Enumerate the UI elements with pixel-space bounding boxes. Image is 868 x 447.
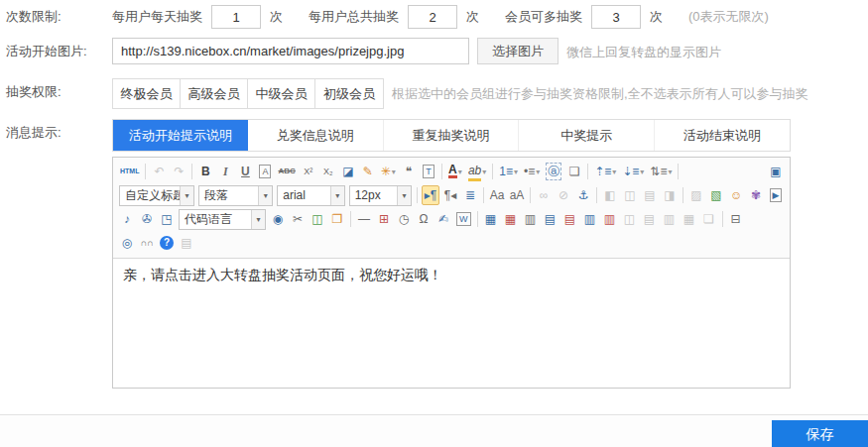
paste-as-text-icon[interactable]: T: [420, 162, 437, 181]
tab-repeat-draw[interactable]: 重复抽奖说明: [383, 120, 519, 151]
image-row: 活动开始图片: 选择图片 微信上回复转盘的显示图片: [0, 38, 868, 64]
html-source-icon[interactable]: HTML: [118, 162, 141, 181]
clear-doc-icon[interactable]: ❏: [565, 162, 583, 181]
total-limit-field: 每用户总共抽奖 次: [309, 5, 479, 29]
size-select[interactable]: 12px▾: [349, 185, 412, 206]
daily-limit-input[interactable]: [211, 5, 261, 29]
font-color-icon[interactable]: A▾: [446, 162, 464, 181]
member-middle-button[interactable]: 中级会员: [248, 79, 315, 108]
search-replace-icon[interactable]: ∩∩: [138, 233, 156, 253]
tab-win-prompt[interactable]: 中奖提示: [518, 120, 654, 151]
member-extra-limit-input[interactable]: [591, 5, 641, 29]
remove-format-icon[interactable]: ◪: [339, 162, 357, 181]
toolbar-row-3: ♪✇◳代码语言▾◉✂◫❐—⊞◷Ω✍W▦▦▥▤▤▥▥◫▤▥▦❏⊟: [117, 207, 786, 231]
paragraph-select[interactable]: 段落▾: [198, 185, 273, 206]
line-spacing-icon[interactable]: ⇅≡▾: [648, 162, 674, 181]
help-icon[interactable]: ?: [158, 233, 176, 253]
save-button[interactable]: 保存: [772, 420, 868, 447]
delete-table-icon[interactable]: ▦: [502, 209, 520, 229]
font-select[interactable]: arial▾: [277, 185, 344, 206]
chevron-down-icon: ▾: [251, 210, 265, 229]
delete-col-icon[interactable]: ▥: [601, 209, 619, 229]
fullscreen-icon[interactable]: ▣: [767, 162, 785, 181]
toolbar-separator: [492, 164, 493, 179]
insert-table-icon[interactable]: ▦: [482, 209, 500, 229]
anchor-style-icon[interactable]: ⓐ: [544, 162, 563, 181]
style-select[interactable]: 自定义标题▾: [119, 185, 194, 206]
paragraph-format-icon[interactable]: ≣: [461, 185, 479, 205]
delete-row-icon[interactable]: ▤: [561, 209, 579, 229]
superscript-icon[interactable]: X²: [300, 162, 317, 181]
tab-activity-start[interactable]: 活动开始提示说明: [113, 120, 248, 151]
auto-typeset-icon[interactable]: ✳▾: [379, 162, 398, 181]
tab-redeem-info[interactable]: 兑奖信息说明: [248, 120, 383, 151]
member-extra-limit-field: 会员可多抽奖 次: [505, 5, 663, 29]
toolbar-separator: [191, 164, 192, 179]
insert-row-icon[interactable]: ▤: [542, 209, 559, 229]
horizontal-rule-icon[interactable]: —: [355, 209, 373, 229]
uppercase-icon[interactable]: Aa: [488, 185, 506, 205]
chevron-down-icon: ▾: [397, 186, 411, 205]
insert-col-icon[interactable]: ▥: [581, 209, 599, 229]
image-icon: ▨: [687, 185, 705, 205]
print-icon[interactable]: ⊟: [727, 209, 745, 229]
underline-icon[interactable]: U: [236, 162, 254, 181]
drafts-icon: ❏: [700, 209, 718, 229]
member-senior-button[interactable]: 高级会员: [181, 79, 248, 108]
special-chars-icon[interactable]: Ω: [415, 209, 433, 229]
music-icon[interactable]: ♪: [118, 209, 136, 229]
permission-hint: 根据选中的会员组进行参与抽奖资格限制,全不选表示所有人可以参与抽奖: [392, 78, 808, 103]
highlight-color-icon[interactable]: ab▾: [466, 162, 488, 181]
subscript-icon[interactable]: X₂: [319, 162, 337, 181]
paragraph-indent-icon[interactable]: ⇡≡▾: [592, 162, 618, 181]
member-ultimate-button[interactable]: 终极会员: [113, 79, 181, 108]
time-icon[interactable]: ◷: [395, 209, 413, 229]
italic-icon[interactable]: I: [216, 162, 234, 181]
date-icon[interactable]: ⊞: [375, 209, 393, 229]
image-label: 活动开始图片:: [0, 38, 112, 60]
preview-icon[interactable]: ◎: [118, 233, 136, 253]
full-table-icon: ▦: [681, 209, 698, 229]
member-junior-button[interactable]: 初级会员: [315, 79, 383, 108]
toolbar-separator: [483, 187, 484, 203]
anchor-icon[interactable]: ⚓: [574, 185, 592, 205]
columns-icon[interactable]: ◫: [309, 209, 326, 229]
strikethrough-icon[interactable]: ABC: [276, 162, 297, 181]
lowercase-icon[interactable]: aA: [508, 185, 526, 205]
permission-row: 抽奖权限: 终极会员 高级会员 中级会员 初级会员 根据选中的会员组进行参与抽奖…: [0, 78, 868, 109]
paragraph-align-icon[interactable]: ⇣≡▾: [620, 162, 646, 181]
unordered-list-icon[interactable]: •≡▾: [522, 162, 542, 181]
image-inline-icon: ◫: [621, 185, 639, 205]
tab-activity-end[interactable]: 活动结束说明: [654, 120, 790, 151]
toolbar-separator: [722, 211, 723, 227]
insert-frame-icon[interactable]: ◳: [158, 209, 176, 229]
daily-limit-suffix: 次: [270, 8, 283, 26]
choose-image-button[interactable]: 选择图片: [477, 38, 558, 64]
code-language-select[interactable]: 代码语言▾: [179, 209, 266, 230]
word-image-icon[interactable]: W: [454, 209, 473, 229]
total-limit-input[interactable]: [408, 5, 457, 29]
toolbar-separator: [417, 187, 418, 203]
edit-note-icon[interactable]: ✍: [434, 209, 452, 229]
template-icon[interactable]: ❐: [328, 209, 346, 229]
table-title-icon[interactable]: ▥: [522, 209, 540, 229]
video-icon[interactable]: ▶: [767, 185, 785, 205]
emotion-icon[interactable]: ☺: [727, 185, 745, 205]
format-painter-icon[interactable]: ✎: [359, 162, 377, 181]
insert-picture-icon[interactable]: ▧: [707, 185, 725, 205]
scrawl-icon[interactable]: ✾: [747, 185, 765, 205]
toolbar-row-1: HTML↶↷BIUAABCX²X₂◪✎✳▾❝TA▾ab▾1≡▾•≡▾ⓐ❏⇡≡▾⇣…: [117, 160, 786, 183]
ltr-icon[interactable]: ▸¶: [422, 185, 439, 205]
image-url-input[interactable]: [112, 38, 469, 64]
chevron-down-icon: ▾: [258, 186, 272, 205]
pagebreak-icon[interactable]: ✂: [289, 209, 307, 229]
ordered-list-icon[interactable]: 1≡▾: [497, 162, 520, 181]
bold-icon[interactable]: B: [196, 162, 214, 181]
rtl-icon[interactable]: ¶◂: [441, 185, 459, 205]
font-border-icon[interactable]: A: [256, 162, 274, 181]
insert-code-icon[interactable]: ◉: [269, 209, 287, 229]
merge-cells-icon: ◫: [621, 209, 639, 229]
editor-content[interactable]: 亲，请点击进入大转盘抽奖活动页面，祝您好运哦！: [113, 259, 790, 388]
blockquote-icon[interactable]: ❝: [400, 162, 418, 181]
attachment-icon[interactable]: ✇: [138, 209, 156, 229]
